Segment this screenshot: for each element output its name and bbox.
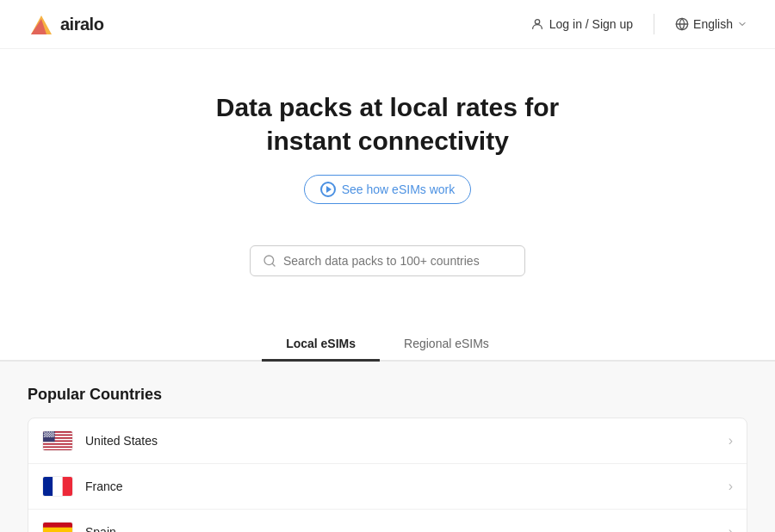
svg-point-40 (46, 436, 46, 437)
logo-text: airalo (60, 15, 103, 34)
svg-rect-13 (43, 448, 72, 449)
header: airalo Log in / Sign up English (0, 0, 775, 49)
svg-point-30 (49, 434, 50, 435)
logo[interactable]: airalo (28, 10, 103, 38)
svg-point-43 (51, 436, 52, 437)
svg-point-31 (51, 434, 52, 435)
svg-point-20 (53, 431, 53, 432)
country-item-us[interactable]: United States › (28, 418, 747, 464)
svg-point-27 (44, 434, 45, 435)
hero-title: Data packs at local rates for instant co… (17, 90, 758, 158)
language-selector[interactable]: English (675, 17, 747, 31)
svg-point-35 (48, 435, 49, 436)
svg-point-15 (44, 431, 45, 432)
chevron-right-icon: › (728, 433, 733, 448)
svg-point-21 (45, 433, 46, 434)
chevron-right-icon: › (728, 524, 733, 532)
svg-rect-47 (63, 477, 72, 497)
search-box (250, 245, 525, 276)
svg-point-17 (47, 431, 48, 432)
svg-point-32 (53, 434, 53, 435)
svg-point-33 (45, 435, 46, 436)
svg-point-38 (53, 435, 54, 436)
chevron-right-icon: › (728, 479, 733, 494)
svg-line-6 (272, 263, 275, 266)
hero-section: Data packs at local rates for instant co… (0, 49, 775, 328)
search-input[interactable] (283, 254, 512, 268)
country-item-es[interactable]: Spain › (28, 510, 747, 532)
header-divider (654, 14, 654, 34)
svg-point-34 (46, 435, 47, 436)
flag-es (42, 522, 73, 532)
logo-icon (28, 10, 55, 38)
see-how-button[interactable]: See how eSIMs work (304, 175, 472, 204)
user-icon (530, 17, 544, 31)
svg-rect-45 (43, 477, 53, 497)
svg-point-25 (52, 433, 53, 434)
svg-point-16 (46, 431, 46, 432)
chevron-down-icon (737, 19, 747, 29)
svg-rect-46 (53, 477, 62, 497)
svg-point-19 (51, 431, 52, 432)
svg-point-24 (50, 433, 51, 434)
country-name-us: United States (85, 434, 728, 448)
tab-local-esims[interactable]: Local eSIMs (262, 328, 380, 362)
tab-regional-esims[interactable]: Regional eSIMs (380, 328, 513, 362)
svg-point-2 (535, 20, 539, 24)
search-wrapper (17, 245, 758, 276)
search-icon (263, 254, 276, 268)
svg-rect-11 (43, 442, 72, 443)
svg-rect-12 (43, 445, 72, 447)
svg-point-42 (49, 436, 50, 437)
svg-point-22 (46, 433, 47, 434)
tabs-row: Local eSIMs Regional eSIMs (0, 328, 775, 362)
login-link[interactable]: Log in / Sign up (530, 17, 633, 31)
play-icon (320, 182, 336, 197)
play-triangle (326, 186, 332, 193)
popular-countries-title: Popular Countries (28, 386, 747, 404)
globe-icon (675, 17, 689, 31)
svg-point-29 (47, 434, 48, 435)
svg-point-36 (50, 435, 51, 436)
svg-rect-49 (43, 528, 72, 532)
country-name-fr: France (85, 479, 728, 493)
svg-point-26 (53, 433, 54, 434)
header-right: Log in / Sign up English (530, 14, 747, 34)
country-list: United States › France › (28, 418, 747, 532)
svg-point-39 (44, 436, 45, 437)
svg-point-44 (53, 436, 53, 437)
svg-point-23 (48, 433, 49, 434)
country-name-es: Spain (85, 525, 728, 532)
svg-point-18 (49, 431, 50, 432)
content-area: Popular Countries (0, 362, 775, 532)
svg-point-28 (46, 434, 46, 435)
country-item-fr[interactable]: France › (28, 464, 747, 510)
flag-us (42, 430, 73, 451)
flag-fr (42, 476, 73, 497)
svg-point-37 (52, 435, 53, 436)
svg-point-41 (47, 436, 48, 437)
